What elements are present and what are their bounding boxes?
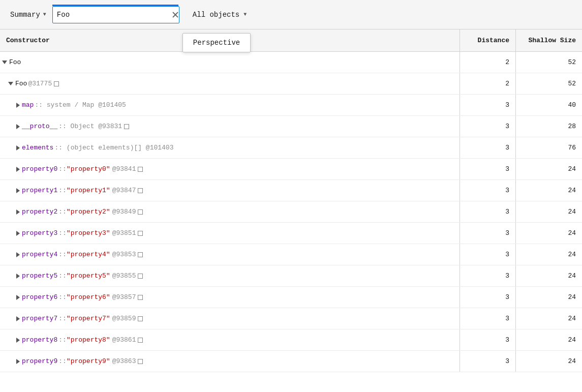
toolbar: Summary ▼ Perspective All objects ▼: [0, 0, 582, 29]
node-square-icon: [138, 295, 143, 300]
node-string-value: "property0": [67, 165, 110, 173]
node-type: ::: [58, 272, 67, 280]
node-name: property0: [22, 165, 57, 173]
cell-shallow-size: 52: [516, 52, 582, 73]
table-row[interactable]: property9 :: "property9" @93863324: [0, 351, 582, 372]
expand-right-icon[interactable]: [16, 359, 20, 364]
cell-shallow-size: 24: [516, 159, 582, 179]
node-name: property8: [22, 336, 57, 344]
table-row[interactable]: property2 :: "property2" @93849324: [0, 201, 582, 223]
cell-constructor: property0 :: "property0" @93841: [0, 159, 460, 179]
node-square-icon: [138, 274, 143, 279]
node-string-value: "property8": [67, 336, 110, 344]
cell-shallow-size: 24: [516, 329, 582, 350]
cell-constructor: Foo @31775: [0, 73, 460, 94]
node-type: ::: [58, 251, 67, 258]
table-row[interactable]: property5 :: "property5" @93855324: [0, 265, 582, 287]
node-square-icon: [138, 167, 143, 172]
expand-right-icon[interactable]: [16, 274, 20, 279]
table-row[interactable]: Foo @31775252: [0, 73, 582, 95]
cell-constructor: property8 :: "property8" @93861: [0, 329, 460, 350]
expand-right-icon[interactable]: [16, 103, 20, 108]
node-string-value: "property5": [67, 272, 110, 280]
expand-right-icon[interactable]: [16, 231, 20, 236]
col-header-distance[interactable]: Distance: [460, 29, 516, 51]
cell-distance: 2: [460, 73, 516, 94]
table-row[interactable]: property1 :: "property1" @93847324: [0, 180, 582, 201]
table-row[interactable]: map :: system / Map @101405340: [0, 95, 582, 116]
node-square-icon: [54, 81, 59, 86]
expand-right-icon[interactable]: [16, 295, 20, 300]
node-name: property7: [22, 315, 57, 322]
node-square-icon: [138, 252, 143, 257]
summary-label: Summary: [10, 11, 40, 19]
cell-constructor: property4 :: "property4" @93853: [0, 244, 460, 265]
summary-button[interactable]: Summary ▼: [4, 6, 52, 24]
expand-right-icon[interactable]: [16, 167, 20, 172]
table-row[interactable]: property8 :: "property8" @93861324: [0, 329, 582, 351]
node-type: ::: [58, 357, 67, 365]
table-row[interactable]: property3 :: "property3" @93851324: [0, 223, 582, 244]
node-address: @93863: [112, 357, 136, 365]
node-address: @93851: [112, 229, 136, 237]
cell-distance: 3: [460, 308, 516, 329]
table-row[interactable]: Foo252: [0, 52, 582, 73]
perspective-option[interactable]: Perspective: [183, 36, 250, 50]
table-row[interactable]: property7 :: "property7" @93859324: [0, 308, 582, 329]
expand-right-icon[interactable]: [16, 145, 20, 150]
cell-distance: 3: [460, 265, 516, 286]
node-type: ::: [58, 187, 67, 194]
perspective-popup: Perspective: [182, 33, 251, 52]
expand-down-icon[interactable]: [8, 82, 13, 85]
node-address: @93859: [112, 315, 136, 322]
cell-shallow-size: 24: [516, 287, 582, 308]
node-address: @93847: [112, 187, 136, 194]
all-objects-select[interactable]: All objects ▼: [187, 6, 253, 24]
cell-shallow-size: 40: [516, 95, 582, 115]
search-input[interactable]: [52, 6, 179, 23]
cell-constructor: property6 :: "property6" @93857: [0, 287, 460, 308]
expand-right-icon[interactable]: [16, 338, 20, 343]
node-type: ::: [58, 208, 67, 216]
expand-down-icon[interactable]: [2, 61, 7, 64]
cell-shallow-size: 52: [516, 73, 582, 94]
cell-constructor: property2 :: "property2" @93849: [0, 201, 460, 222]
table-row[interactable]: property6 :: "property6" @93857324: [0, 287, 582, 308]
search-active-indicator: [52, 5, 178, 6]
table-row[interactable]: elements :: (object elements)[] @1014033…: [0, 137, 582, 159]
col-header-shallow-size[interactable]: Shallow Size: [516, 29, 582, 51]
expand-right-icon[interactable]: [16, 316, 20, 321]
expand-right-icon[interactable]: [16, 188, 20, 193]
node-name: Foo: [15, 80, 27, 87]
cell-shallow-size: 76: [516, 137, 582, 158]
node-type: :: system / Map @101405: [35, 101, 126, 109]
search-clear-button[interactable]: [171, 11, 179, 19]
table-row[interactable]: property0 :: "property0" @93841324: [0, 159, 582, 180]
cell-shallow-size: 24: [516, 180, 582, 201]
all-objects-chevron: ▼: [243, 12, 247, 17]
cell-constructor: Foo: [0, 52, 460, 73]
cell-distance: 2: [460, 52, 516, 73]
node-square-icon: [138, 316, 143, 321]
cell-constructor: elements :: (object elements)[] @101403: [0, 137, 460, 158]
node-string-value: "property3": [67, 229, 110, 237]
expand-right-icon[interactable]: [16, 124, 20, 129]
expand-right-icon[interactable]: [16, 209, 20, 215]
node-square-icon: [138, 359, 143, 364]
cell-distance: 3: [460, 201, 516, 222]
node-name: property3: [22, 229, 57, 237]
expand-right-icon[interactable]: [16, 252, 20, 257]
node-string-value: "property1": [67, 187, 110, 194]
node-square-icon: [138, 231, 143, 236]
summary-chevron: ▼: [43, 12, 46, 17]
node-name: property6: [22, 293, 57, 301]
table-row[interactable]: __proto__ :: Object @93831328: [0, 116, 582, 137]
node-address: @93857: [112, 293, 136, 301]
node-name: property2: [22, 208, 57, 216]
cell-shallow-size: 28: [516, 116, 582, 137]
cell-distance: 3: [460, 329, 516, 350]
node-name: property5: [22, 272, 57, 280]
table-row[interactable]: property4 :: "property4" @93853324: [0, 244, 582, 265]
node-square-icon: [124, 124, 129, 129]
table-body: Foo252Foo @31775252map :: system / Map @…: [0, 52, 582, 392]
